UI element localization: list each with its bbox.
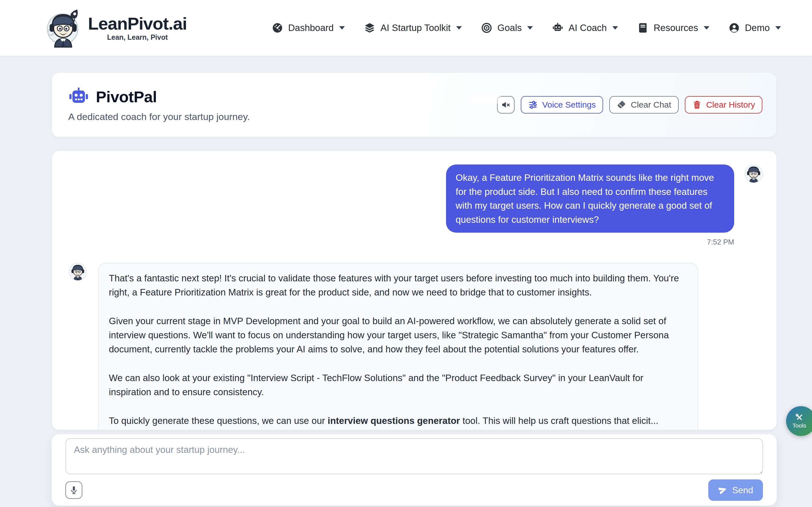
voice-settings-label: Voice Settings [542, 100, 596, 110]
user-avatar [744, 165, 763, 183]
nav-label: Resources [654, 22, 698, 33]
chevron-down-icon [612, 26, 618, 30]
nav-item-goals[interactable]: Goals [481, 22, 533, 34]
nav-label: AI Coach [568, 22, 607, 33]
chevron-down-icon [704, 26, 709, 30]
assistant-paragraph: That's a fantastic next step! It's cruci… [109, 271, 688, 299]
nav-label: AI Startup Toolkit [380, 22, 451, 33]
coach-header-card: PivotPal MVP Development A dedicated coa… [51, 72, 777, 137]
composer: Send [51, 434, 777, 506]
nav-item-resources[interactable]: Resources [637, 22, 709, 34]
nav-label: Demo [745, 22, 770, 33]
assistant-avatar [69, 263, 87, 281]
chevron-down-icon [456, 26, 462, 30]
message-timestamp: 7:52 PM [65, 238, 763, 246]
user-message-bubble: Okay, a Feature Prioritization Matrix so… [446, 165, 734, 233]
voice-settings-button[interactable]: Voice Settings [521, 96, 603, 114]
nav-item-dashboard[interactable]: Dashboard [272, 22, 345, 34]
paper-plane-icon [718, 486, 727, 495]
gauge-icon [272, 22, 283, 34]
brand-name: LeanPivot.ai [88, 14, 187, 33]
tools-fab-button[interactable]: Tools [786, 406, 812, 436]
assistant-message-row: That's a fantastic next step! It's cruci… [65, 263, 763, 431]
assistant-paragraph: Given your current stage in MVP Developm… [109, 314, 688, 356]
chevron-down-icon [775, 26, 781, 30]
faded-decoration [471, 96, 504, 104]
chevron-down-icon [339, 26, 345, 30]
coach-title: PivotPal [96, 88, 157, 106]
layers-icon [364, 22, 375, 34]
trash-icon [692, 100, 702, 110]
assistant-paragraph-clipped: To quickly generate these questions, we … [109, 414, 688, 428]
coach-subtitle: A dedicated coach for your startup journ… [68, 111, 250, 122]
tools-icon [795, 413, 804, 421]
chat-input[interactable] [65, 438, 763, 474]
robot-icon [552, 22, 563, 34]
leanpivot-app: LeanPivot.ai Lean, Learn, Pivot Dashboar… [0, 0, 812, 507]
eraser-icon [617, 100, 626, 110]
clear-history-button[interactable]: Clear History [685, 96, 762, 114]
clear-chat-label: Clear Chat [631, 100, 671, 110]
mascot-logo-icon [45, 4, 81, 52]
nav-item-demo[interactable]: Demo [728, 22, 781, 34]
brand-logo[interactable]: LeanPivot.ai Lean, Learn, Pivot [45, 4, 187, 52]
sliders-icon [528, 100, 538, 110]
main-nav: Dashboard AI Startup Toolkit Goals [272, 22, 781, 34]
coach-actions: Voice Settings Clear Chat Clear History [497, 96, 762, 114]
nav-item-ai-startup-toolkit[interactable]: AI Startup Toolkit [364, 22, 462, 34]
send-label: Send [732, 485, 753, 496]
brand-tagline: Lean, Learn, Pivot [88, 33, 187, 41]
assistant-paragraph: We can also look at your existing "Inter… [109, 371, 688, 399]
nav-item-ai-coach[interactable]: AI Coach [552, 22, 618, 34]
user-circle-icon [728, 22, 740, 34]
nav-label: Dashboard [288, 22, 334, 33]
mic-button[interactable] [65, 482, 82, 499]
top-navbar: LeanPivot.ai Lean, Learn, Pivot Dashboar… [0, 0, 812, 56]
target-icon [481, 22, 492, 34]
user-message-row: Okay, a Feature Prioritization Matrix so… [65, 165, 763, 233]
nav-label: Goals [497, 22, 522, 33]
chevron-down-icon [527, 26, 533, 30]
chat-panel: Okay, a Feature Prioritization Matrix so… [51, 151, 777, 431]
pivotpal-robot-icon [68, 88, 89, 106]
clear-chat-button[interactable]: Clear Chat [609, 96, 678, 114]
send-button[interactable]: Send [708, 480, 763, 501]
brand-text: LeanPivot.ai Lean, Learn, Pivot [88, 14, 187, 41]
assistant-message-bubble: That's a fantastic next step! It's cruci… [98, 263, 698, 431]
clear-history-label: Clear History [706, 100, 755, 110]
book-icon [637, 22, 649, 34]
faded-decoration [370, 99, 421, 106]
stage-badge: MVP Development [177, 93, 243, 101]
mic-icon [69, 485, 79, 495]
tools-fab-label: Tools [792, 422, 806, 429]
